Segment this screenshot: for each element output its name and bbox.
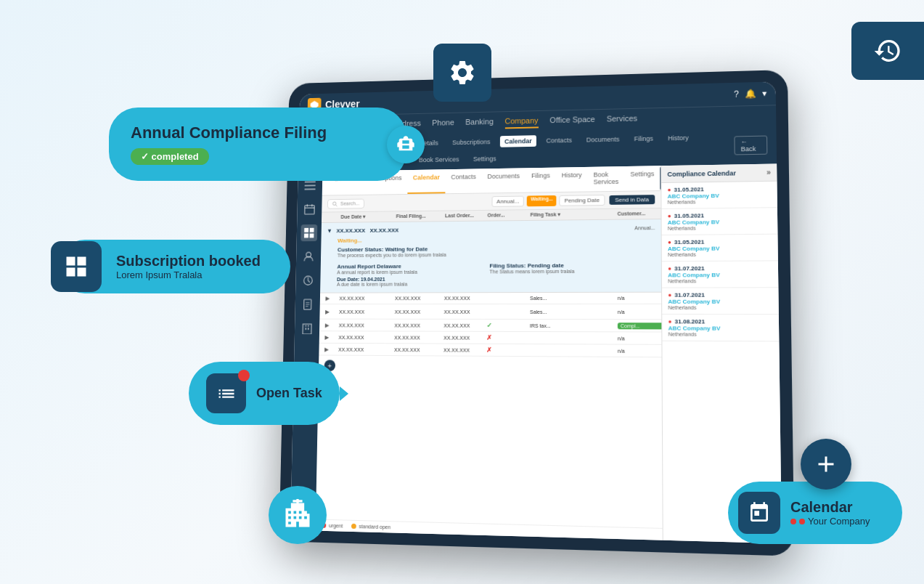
svg-rect-21 [306, 328, 307, 330]
nav-banking[interactable]: Banking [465, 115, 494, 129]
settings-button[interactable] [433, 44, 491, 102]
row3-c5: IRS tax... [530, 323, 618, 328]
row3-check: ✓ [486, 322, 530, 329]
standard-dot [351, 524, 356, 529]
sub-tab-documents[interactable]: Documents [482, 168, 526, 192]
svg-rect-20 [303, 324, 311, 334]
main-content: Details Subscriptions Calendar Contacts … [290, 163, 782, 543]
row4-chevron[interactable]: ▶ [324, 334, 338, 341]
tab-settings[interactable]: Settings [469, 153, 501, 165]
notification-badge [238, 370, 250, 381]
history-button[interactable] [851, 22, 924, 80]
sub-tab-history[interactable]: History [556, 167, 588, 192]
svg-rect-24 [308, 325, 309, 327]
sidebar-calendar-icon[interactable] [301, 200, 318, 217]
row-detail-grid: Annual Report Delaware A annual report i… [326, 259, 655, 289]
sub-tab-calendar[interactable]: Calendar [407, 169, 446, 194]
svg-point-25 [333, 201, 336, 205]
tab-contacts[interactable]: Contacts [542, 134, 576, 147]
sub-tab-contacts[interactable]: Contacts [445, 169, 481, 193]
table-row-2: ▶ XX.XX.XXX XX.XX.XXX XX.XX.XXX Sales...… [319, 304, 661, 320]
urgent-label: urgent [329, 523, 343, 529]
row1-c1: XX.XX.XXX [339, 296, 395, 301]
col-header-last: Last Order... [445, 213, 488, 219]
customer-status-section: Customer Status: Waiting for Date The pr… [326, 243, 655, 261]
row1-chevron[interactable]: ▶ [325, 295, 339, 301]
back-button[interactable]: ← Back [734, 136, 767, 155]
col-header-filing: Filing Task ▾ [531, 211, 618, 218]
nav-phone[interactable]: Phone [432, 116, 454, 131]
sub-tab-filings[interactable]: Filings [526, 168, 556, 192]
subscription-icon-box [51, 241, 102, 292]
building-plus-bubble[interactable] [269, 486, 327, 544]
filter-annual[interactable]: Annual... [491, 196, 524, 207]
col-header-check [327, 214, 341, 220]
filing-status-section: Filing Status: Pending date The Status m… [489, 261, 643, 286]
table-row-3: ▶ XX.XX.XXX XX.XX.XXX XX.XX.XXX ✓ IRS ta… [319, 320, 661, 333]
filter-buttons: Annual... Waiting... Pending Date [491, 195, 605, 207]
row5-c3: XX.XX.XXX [443, 347, 486, 352]
calendar-bubble: Calendar Your Company [728, 482, 902, 544]
annual-report-section: Annual Report Delaware A annual report i… [337, 263, 486, 287]
col-header-final: Final Filing... [396, 213, 446, 219]
calendar-icon [748, 501, 771, 524]
company-tabs: Details Subscriptions Calendar Contacts … [414, 131, 727, 166]
cal-entry-3: 31.05.2021 ABC Company BV Netherlands [662, 235, 778, 262]
row-main-text: XX.XX.XXX XX.XX.XXX [336, 227, 398, 235]
row3-c1: XX.XX.XXX [339, 323, 395, 328]
notification-icon[interactable]: 🔔 [745, 89, 756, 99]
sidebar-time-icon[interactable] [300, 272, 316, 289]
subscription-title: Subscription booked [116, 253, 273, 269]
tab-subscriptions[interactable]: Subscriptions [448, 136, 494, 148]
svg-rect-10 [304, 228, 308, 232]
sidebar-grid-icon[interactable] [300, 224, 317, 241]
filter-pending[interactable]: Pending Date [560, 195, 605, 206]
help-icon[interactable]: ? [734, 89, 739, 100]
nav-office[interactable]: Office Space [549, 113, 594, 128]
sidebar-building-icon[interactable] [299, 320, 316, 337]
filings-table: ▼ XX.XX.XXX XX.XX.XXX Annual... Waiting.… [316, 219, 663, 528]
row3-chevron[interactable]: ▶ [325, 322, 339, 328]
annual-report-sub: A annual report is lorem ipsum tralala [337, 269, 485, 275]
standard-label: standard open [359, 524, 391, 530]
tab-calendar[interactable]: Calendar [500, 135, 536, 147]
annual-label: Annual... [634, 225, 655, 230]
row4-c6: n/a [618, 336, 663, 341]
cal-entry-4-country: Netherlands [668, 278, 772, 284]
svg-rect-13 [309, 233, 314, 238]
tab-documents[interactable]: Documents [582, 134, 624, 146]
row5-chevron[interactable]: ▶ [324, 346, 338, 352]
calendar-header: Compliance Calendar » [661, 163, 777, 183]
row4-check: ✗ [486, 334, 530, 341]
tab-book-services[interactable]: Book Services [414, 153, 463, 166]
sub-tab-book-services[interactable]: Book Services [587, 166, 624, 191]
row2-c5: Sales... [530, 309, 618, 314]
filing-status-sub: The Status means lorem ipsum tralala [489, 268, 643, 274]
row2-chevron[interactable]: ▶ [325, 309, 339, 315]
nav-services[interactable]: Services [607, 112, 637, 127]
row4-c1: XX.XX.XXX [338, 335, 394, 340]
expand-icon[interactable]: ▼ [327, 228, 332, 235]
tab-history[interactable]: History [663, 132, 693, 145]
stamp-icon [396, 134, 416, 155]
sidebar-doc-icon[interactable] [299, 296, 316, 313]
expanded-row: ▼ XX.XX.XXX XX.XX.XXX Annual... Waiting.… [320, 219, 661, 293]
content-area: Details Subscriptions Calendar Contacts … [316, 163, 782, 543]
nav-company[interactable]: Company [504, 114, 538, 129]
top-nav-icons: ? 🔔 ▾ [734, 89, 766, 100]
sidebar-user-icon[interactable] [300, 248, 317, 265]
sub-tab-settings[interactable]: Settings [624, 166, 660, 191]
send-date-button[interactable]: Send in Data [609, 195, 655, 205]
collapse-button[interactable]: » [766, 169, 771, 177]
plus-button[interactable] [801, 439, 851, 490]
row5-c6: n/a [618, 348, 663, 354]
task-list-icon [216, 384, 237, 404]
open-task-bubble: Open Task [189, 362, 340, 425]
tab-filings[interactable]: Filings [629, 133, 658, 145]
search-icon [332, 200, 338, 206]
row1-c6: n/a [618, 296, 663, 301]
col-header-customer: Customer... [618, 211, 663, 217]
cal-entry-6-date: 31.08.2021 [668, 318, 772, 325]
row5-c1: XX.XX.XXX [338, 346, 394, 352]
user-icon[interactable]: ▾ [762, 89, 766, 99]
